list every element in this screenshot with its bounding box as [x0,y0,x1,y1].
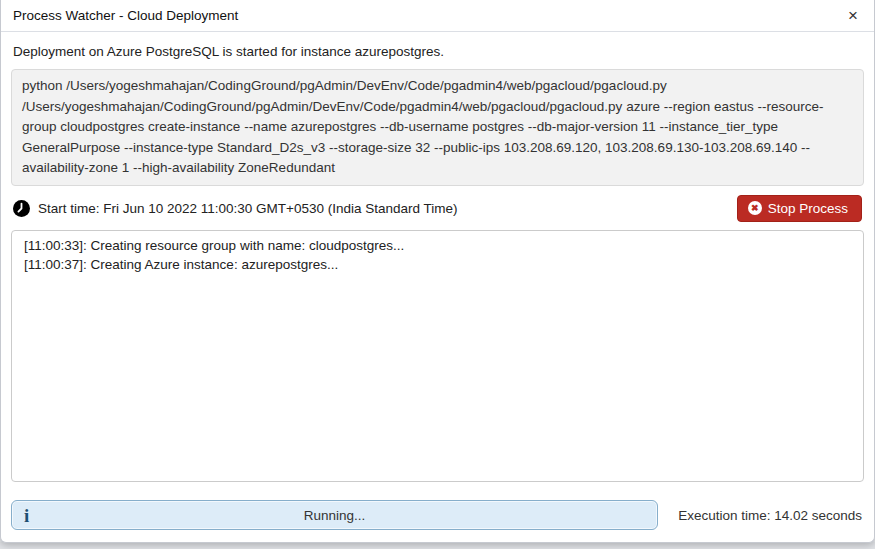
dialog-footer: i Running... Execution time: 14.02 secon… [1,492,874,542]
command-text-box: python /Users/yogeshmahajan/CodingGround… [11,69,864,186]
log-line: [11:00:37]: Creating Azure instance: azu… [24,255,851,275]
stop-process-label: Stop Process [768,201,848,216]
dialog-body: Deployment on Azure PostgreSQL is starte… [1,32,874,492]
clock-icon [13,200,30,217]
status-label: Running... [12,508,657,523]
close-icon[interactable]: × [844,5,862,26]
stop-process-button[interactable]: ✖ Stop Process [737,195,862,222]
start-time-row: Start time: Fri Jun 10 2022 11:00:30 GMT… [11,186,864,230]
process-watcher-page: SQL Process Watcher - Cloud Deployment ×… [0,0,875,549]
dialog-title: Process Watcher - Cloud Deployment [13,8,238,23]
deployment-status-message: Deployment on Azure PostgreSQL is starte… [11,42,864,69]
dialog-header: Process Watcher - Cloud Deployment × [1,0,874,32]
stop-circle-x-icon: ✖ [748,201,762,215]
running-status-bar: i Running... [11,500,658,530]
process-watcher-dialog: Process Watcher - Cloud Deployment × Dep… [0,0,875,543]
process-log-output[interactable]: [11:00:33]: Creating resource group with… [11,230,864,483]
log-line: [11:00:33]: Creating resource group with… [24,236,851,256]
execution-time-label: Execution time: 14.02 seconds [678,508,864,523]
start-time-label: Start time: Fri Jun 10 2022 11:00:30 GMT… [38,201,458,216]
